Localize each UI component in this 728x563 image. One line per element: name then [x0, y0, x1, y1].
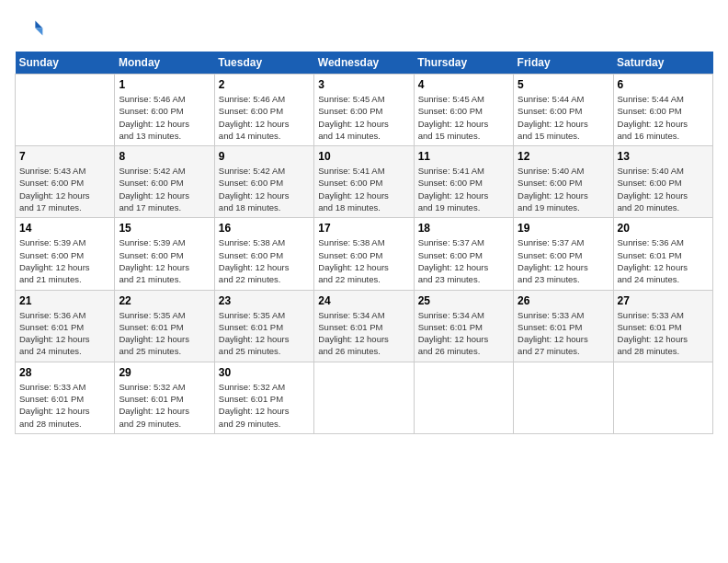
calendar-cell: 9Sunrise: 5:42 AM Sunset: 6:00 PM Daylig… — [214, 146, 313, 218]
day-info: Sunrise: 5:36 AM Sunset: 6:01 PM Dayligh… — [19, 309, 110, 358]
day-info: Sunrise: 5:45 AM Sunset: 6:00 PM Dayligh… — [318, 93, 409, 142]
day-number: 27 — [618, 294, 709, 307]
day-number: 1 — [119, 78, 210, 91]
day-number: 8 — [119, 150, 210, 163]
calendar-cell: 21Sunrise: 5:36 AM Sunset: 6:01 PM Dayli… — [16, 290, 115, 362]
day-number: 2 — [219, 78, 310, 91]
calendar-week-3: 14Sunrise: 5:39 AM Sunset: 6:00 PM Dayli… — [16, 218, 713, 290]
day-header-saturday: Saturday — [613, 52, 712, 75]
day-number: 26 — [518, 294, 609, 307]
day-info: Sunrise: 5:42 AM Sunset: 6:00 PM Dayligh… — [219, 165, 310, 213]
day-number: 25 — [418, 294, 509, 307]
calendar-cell — [314, 362, 414, 433]
calendar-cell: 2Sunrise: 5:46 AM Sunset: 6:00 PM Daylig… — [214, 75, 313, 146]
day-info: Sunrise: 5:33 AM Sunset: 6:01 PM Dayligh… — [618, 309, 709, 358]
day-info: Sunrise: 5:37 AM Sunset: 6:00 PM Dayligh… — [418, 236, 509, 285]
calendar-cell: 30Sunrise: 5:32 AM Sunset: 6:01 PM Dayli… — [214, 362, 313, 433]
calendar-cell: 19Sunrise: 5:37 AM Sunset: 6:00 PM Dayli… — [514, 218, 613, 290]
calendar-cell: 1Sunrise: 5:46 AM Sunset: 6:00 PM Daylig… — [115, 75, 214, 146]
calendar-body: 1Sunrise: 5:46 AM Sunset: 6:00 PM Daylig… — [16, 75, 713, 434]
calendar-cell: 23Sunrise: 5:35 AM Sunset: 6:01 PM Dayli… — [214, 290, 313, 362]
logo-icon — [15, 15, 44, 44]
day-number: 17 — [318, 222, 409, 235]
day-info: Sunrise: 5:43 AM Sunset: 6:00 PM Dayligh… — [19, 165, 110, 213]
calendar-cell: 13Sunrise: 5:40 AM Sunset: 6:00 PM Dayli… — [613, 146, 712, 218]
day-info: Sunrise: 5:32 AM Sunset: 6:01 PM Dayligh… — [119, 381, 210, 430]
calendar-cell: 3Sunrise: 5:45 AM Sunset: 6:00 PM Daylig… — [314, 75, 414, 146]
day-number: 6 — [618, 78, 709, 91]
day-number: 28 — [19, 366, 110, 379]
day-number: 9 — [219, 150, 310, 163]
calendar-cell — [514, 362, 613, 433]
day-number: 23 — [219, 294, 310, 307]
day-header-thursday: Thursday — [414, 52, 513, 75]
day-info: Sunrise: 5:40 AM Sunset: 6:00 PM Dayligh… — [518, 165, 609, 213]
calendar-cell — [16, 75, 115, 146]
calendar-cell — [414, 362, 513, 433]
calendar-cell: 10Sunrise: 5:41 AM Sunset: 6:00 PM Dayli… — [314, 146, 414, 218]
calendar-cell: 12Sunrise: 5:40 AM Sunset: 6:00 PM Dayli… — [514, 146, 613, 218]
calendar-cell: 4Sunrise: 5:45 AM Sunset: 6:00 PM Daylig… — [414, 75, 513, 146]
day-info: Sunrise: 5:35 AM Sunset: 6:01 PM Dayligh… — [219, 309, 310, 358]
calendar-cell: 11Sunrise: 5:41 AM Sunset: 6:00 PM Dayli… — [414, 146, 513, 218]
day-info: Sunrise: 5:38 AM Sunset: 6:00 PM Dayligh… — [318, 236, 409, 285]
calendar-cell: 7Sunrise: 5:43 AM Sunset: 6:00 PM Daylig… — [16, 146, 115, 218]
calendar-cell: 28Sunrise: 5:33 AM Sunset: 6:01 PM Dayli… — [16, 362, 115, 433]
day-number: 18 — [418, 222, 509, 235]
day-number: 5 — [518, 78, 609, 91]
day-header-wednesday: Wednesday — [314, 52, 414, 75]
day-info: Sunrise: 5:45 AM Sunset: 6:00 PM Dayligh… — [418, 93, 509, 142]
day-info: Sunrise: 5:41 AM Sunset: 6:00 PM Dayligh… — [418, 165, 509, 213]
calendar-week-4: 21Sunrise: 5:36 AM Sunset: 6:01 PM Dayli… — [16, 290, 713, 362]
day-number: 21 — [19, 294, 110, 307]
day-header-sunday: Sunday — [16, 52, 115, 75]
day-info: Sunrise: 5:39 AM Sunset: 6:00 PM Dayligh… — [119, 236, 210, 285]
calendar-cell: 15Sunrise: 5:39 AM Sunset: 6:00 PM Dayli… — [115, 218, 214, 290]
days-header-row: SundayMondayTuesdayWednesdayThursdayFrid… — [16, 52, 713, 75]
calendar-cell: 14Sunrise: 5:39 AM Sunset: 6:00 PM Dayli… — [16, 218, 115, 290]
calendar-cell: 18Sunrise: 5:37 AM Sunset: 6:00 PM Dayli… — [414, 218, 513, 290]
day-info: Sunrise: 5:37 AM Sunset: 6:00 PM Dayligh… — [518, 236, 609, 285]
day-number: 15 — [119, 222, 210, 235]
calendar-cell: 8Sunrise: 5:42 AM Sunset: 6:00 PM Daylig… — [115, 146, 214, 218]
calendar-week-5: 28Sunrise: 5:33 AM Sunset: 6:01 PM Dayli… — [16, 362, 713, 433]
day-info: Sunrise: 5:33 AM Sunset: 6:01 PM Dayligh… — [518, 309, 609, 358]
calendar-cell: 20Sunrise: 5:36 AM Sunset: 6:01 PM Dayli… — [613, 218, 712, 290]
svg-marker-1 — [35, 28, 42, 35]
day-info: Sunrise: 5:36 AM Sunset: 6:01 PM Dayligh… — [618, 236, 709, 285]
day-header-monday: Monday — [115, 52, 214, 75]
day-info: Sunrise: 5:44 AM Sunset: 6:00 PM Dayligh… — [618, 93, 709, 142]
day-info: Sunrise: 5:34 AM Sunset: 6:01 PM Dayligh… — [318, 309, 409, 358]
day-number: 4 — [418, 78, 509, 91]
day-number: 14 — [19, 222, 110, 235]
svg-marker-0 — [35, 20, 42, 28]
calendar-cell — [613, 362, 712, 433]
calendar-cell: 6Sunrise: 5:44 AM Sunset: 6:00 PM Daylig… — [613, 75, 712, 146]
day-header-friday: Friday — [514, 52, 613, 75]
day-number: 22 — [119, 294, 210, 307]
day-number: 24 — [318, 294, 409, 307]
day-number: 7 — [19, 150, 110, 163]
calendar-cell: 26Sunrise: 5:33 AM Sunset: 6:01 PM Dayli… — [514, 290, 613, 362]
day-number: 19 — [518, 222, 609, 235]
calendar-week-2: 7Sunrise: 5:43 AM Sunset: 6:00 PM Daylig… — [16, 146, 713, 218]
day-number: 20 — [618, 222, 709, 235]
calendar-cell: 27Sunrise: 5:33 AM Sunset: 6:01 PM Dayli… — [613, 290, 712, 362]
calendar-week-1: 1Sunrise: 5:46 AM Sunset: 6:00 PM Daylig… — [16, 75, 713, 146]
day-info: Sunrise: 5:46 AM Sunset: 6:00 PM Dayligh… — [219, 93, 310, 142]
day-info: Sunrise: 5:42 AM Sunset: 6:00 PM Dayligh… — [119, 165, 210, 213]
day-info: Sunrise: 5:41 AM Sunset: 6:00 PM Dayligh… — [318, 165, 409, 213]
calendar-cell: 16Sunrise: 5:38 AM Sunset: 6:00 PM Dayli… — [214, 218, 313, 290]
day-info: Sunrise: 5:33 AM Sunset: 6:01 PM Dayligh… — [19, 381, 110, 430]
day-info: Sunrise: 5:34 AM Sunset: 6:01 PM Dayligh… — [418, 309, 509, 358]
day-info: Sunrise: 5:39 AM Sunset: 6:00 PM Dayligh… — [19, 236, 110, 285]
day-info: Sunrise: 5:38 AM Sunset: 6:00 PM Dayligh… — [219, 236, 310, 285]
day-number: 12 — [518, 150, 609, 163]
calendar-table: SundayMondayTuesdayWednesdayThursdayFrid… — [15, 52, 713, 434]
day-number: 10 — [318, 150, 409, 163]
day-info: Sunrise: 5:46 AM Sunset: 6:00 PM Dayligh… — [119, 93, 210, 142]
day-number: 13 — [618, 150, 709, 163]
day-number: 16 — [219, 222, 310, 235]
day-number: 30 — [219, 366, 310, 379]
calendar-cell: 24Sunrise: 5:34 AM Sunset: 6:01 PM Dayli… — [314, 290, 414, 362]
